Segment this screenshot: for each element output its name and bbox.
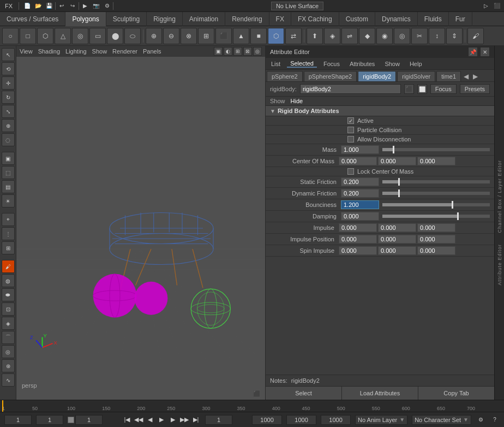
move-tool-btn[interactable]: ✛ [2,76,15,90]
vp-icon-5[interactable]: ◎ [253,47,262,56]
tool-separate[interactable]: ⊖ [163,28,179,44]
node-tab-rigidsolver[interactable]: rigidSolver [397,71,435,81]
damping-input[interactable] [341,212,379,221]
play-btn[interactable]: ▶ [157,415,166,425]
viewport-canvas[interactable]: X Y Z persp ⬛ [16,57,265,400]
node-bookmark-btn[interactable]: ⬛ [404,84,414,94]
attr-tab-list[interactable]: List [268,61,284,67]
tool-split[interactable]: ✂ [411,28,428,44]
settings-icon[interactable]: ⚙ [102,1,112,11]
mass-input[interactable] [341,145,379,154]
tool-plane[interactable]: ▭ [89,28,106,44]
tool-extract[interactable]: ⊗ [181,28,197,44]
char-set-dropdown[interactable]: No Character Set ▼ [412,415,471,425]
tool-sphere[interactable]: ○ [2,28,19,44]
renderer-menu[interactable]: Renderer [112,48,137,55]
tool-triangulate[interactable]: ▲ [233,28,249,44]
tab-fluids[interactable]: Fluids [418,12,449,26]
bounciness-input[interactable] [341,200,379,209]
com-z-input[interactable] [417,157,455,165]
channel-box-label[interactable]: Channel Box / Layer Editor [497,160,502,233]
lighting-menu[interactable]: Lighting [65,48,87,55]
node-tab-psphereshape2[interactable]: pSphereShape2 [304,71,357,81]
attr-editor-label[interactable]: Attribute Editor [497,244,502,286]
frame-end-field[interactable] [75,415,103,425]
attr-tab-show[interactable]: Show [381,61,403,67]
tool-combine[interactable]: ⊕ [146,28,162,44]
particle-collision-checkbox[interactable] [347,127,354,133]
save-icon[interactable]: 💾 [44,1,54,11]
help-icon[interactable]: ? [490,415,500,425]
rigid-body-section[interactable]: ▼ Rigid Body Attributes [266,106,494,116]
impulse-x-input[interactable] [339,223,377,232]
frame-start-field[interactable] [4,415,32,425]
playback-end-field[interactable] [321,415,351,425]
node-lock-btn[interactable]: ⬜ [417,84,427,94]
attr-tab-help[interactable]: Help [406,61,425,67]
tab-polygons[interactable]: Polygons [65,12,106,26]
impulse-pos-z-input[interactable] [417,235,455,244]
end-time-field[interactable] [286,415,316,425]
redo-icon[interactable]: ↪ [68,1,77,11]
panels-menu[interactable]: Panels [143,48,161,55]
presets-button[interactable]: Presets [460,84,490,94]
tool-fill[interactable]: ◆ [359,28,375,44]
static-friction-slider[interactable] [382,180,490,183]
select-icon[interactable]: ▶ [80,1,90,11]
frame-field[interactable] [36,415,63,425]
attr-close-btn[interactable]: ✕ [480,47,490,57]
snap-btn[interactable]: ⌖ [2,213,15,226]
vp-icon-4[interactable]: ⊠ [243,47,252,56]
select-tool-btn[interactable]: ↖ [2,48,15,61]
tab-curves-surfaces[interactable]: Curves / Surfaces [0,12,65,26]
tool-bridge[interactable]: ⇌ [341,28,358,44]
tab-custom[interactable]: Custom [339,12,375,26]
select-button[interactable]: Select [266,387,342,400]
spin-impulse-z-input[interactable] [417,246,455,255]
copy-tab-button[interactable]: Copy Tab [418,387,494,400]
texture-btn[interactable]: ▤ [2,180,15,193]
fx-menu[interactable]: FX [2,3,15,9]
impulse-z-input[interactable] [417,223,455,232]
deform-btn[interactable]: ⬬ [2,288,15,301]
bounciness-slider[interactable] [382,203,490,206]
mass-slider[interactable] [382,148,490,151]
cluster-btn[interactable]: ◈ [2,317,15,330]
tool-paint[interactable]: 🖌 [467,28,484,44]
tab-rendering[interactable]: Rendering [225,12,269,26]
damping-slider[interactable] [382,215,490,218]
tool-cube[interactable]: □ [20,28,36,44]
node-tab-prev-arrow[interactable]: ◀ [462,73,470,80]
vp-icon-1[interactable]: ▣ [214,47,223,56]
dynamic-friction-input[interactable] [341,189,379,198]
next-frame-btn[interactable]: ▶▶ [179,415,189,425]
goto-end-btn[interactable]: ▶| [191,415,201,425]
open-icon[interactable]: 📂 [33,1,43,11]
tool-offset-loop[interactable]: ⇕ [446,28,463,44]
attr-tab-selected[interactable]: Selected [287,60,317,68]
shading-menu[interactable]: Shading [38,48,60,55]
active-checkbox[interactable]: ✓ [347,117,354,124]
tool-cone[interactable]: △ [55,28,71,44]
dynamic-friction-slider[interactable] [382,192,490,195]
tool-weld[interactable]: ◉ [376,28,393,44]
tab-animation[interactable]: Animation [183,12,225,26]
playback-icon[interactable]: ▷ [481,1,491,11]
grid-btn[interactable]: ⊞ [2,241,15,254]
prev-key-btn[interactable]: ◀ [145,415,155,425]
tool-target-weld[interactable]: ◎ [394,28,410,44]
tool-active[interactable]: ⬡ [268,28,284,44]
show-geo-btn[interactable]: ▣ [2,152,15,165]
start-time-field[interactable] [252,415,282,425]
attr-tab-focus[interactable]: Focus [320,61,343,67]
lattice-btn[interactable]: ⊡ [2,303,15,316]
tool-extrude[interactable]: ⬆ [307,28,323,44]
tab-fur[interactable]: Fur [449,12,472,26]
new-icon[interactable]: 📄 [22,1,32,11]
vp-icon-3[interactable]: ⊞ [233,47,242,56]
next-key-btn[interactable]: ▶ [168,415,178,425]
tool-cylinder[interactable]: ⬡ [37,28,53,44]
node-tab-next-arrow[interactable]: ▶ [471,73,479,80]
vp-icon-2[interactable]: ◐ [224,47,232,56]
magnet-btn[interactable]: ⋮ [2,227,15,240]
